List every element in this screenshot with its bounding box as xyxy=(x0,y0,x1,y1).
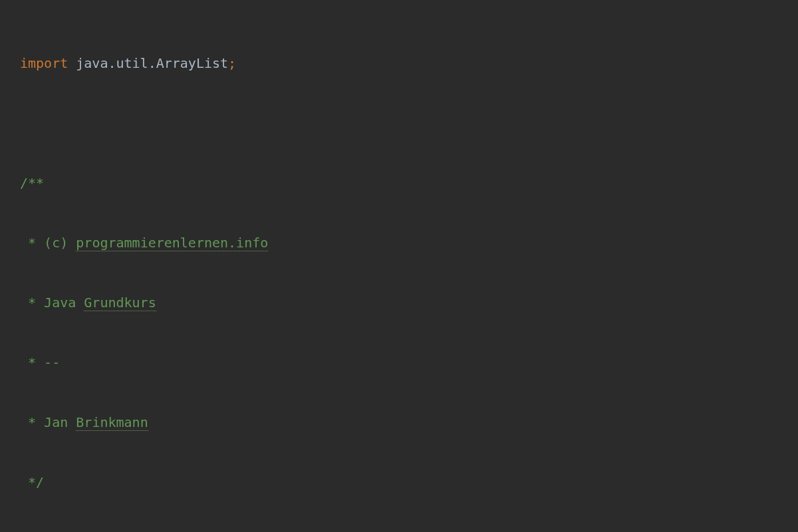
javadoc-word: programmierenlernen.info xyxy=(76,235,268,251)
code-line[interactable]: */ xyxy=(20,472,778,492)
code-line[interactable]: * -- xyxy=(20,352,778,372)
semicolon: ; xyxy=(228,55,236,71)
javadoc-line: * Java xyxy=(20,295,84,311)
code-line[interactable]: * (c) programmierenlernen.info xyxy=(20,233,778,253)
code-line[interactable]: * Jan Brinkmann xyxy=(20,412,778,432)
code-line[interactable]: import java.util.ArrayList; xyxy=(20,53,778,73)
code-editor[interactable]: import java.util.ArrayList; /** * (c) pr… xyxy=(20,13,778,532)
javadoc-line: * Jan xyxy=(20,414,76,430)
javadoc-line: * -- xyxy=(20,354,60,370)
import-package: java.util.ArrayList xyxy=(68,55,228,71)
javadoc-open: /** xyxy=(20,175,44,191)
code-line[interactable]: * Java Grundkurs xyxy=(20,293,778,313)
code-line[interactable]: /** xyxy=(20,173,778,193)
code-line[interactable] xyxy=(20,113,778,133)
javadoc-word: Grundkurs xyxy=(84,295,156,311)
keyword-import: import xyxy=(20,55,68,71)
javadoc-line: * (c) xyxy=(20,235,76,251)
javadoc-close: */ xyxy=(20,474,44,490)
javadoc-word: Brinkmann xyxy=(76,414,148,431)
